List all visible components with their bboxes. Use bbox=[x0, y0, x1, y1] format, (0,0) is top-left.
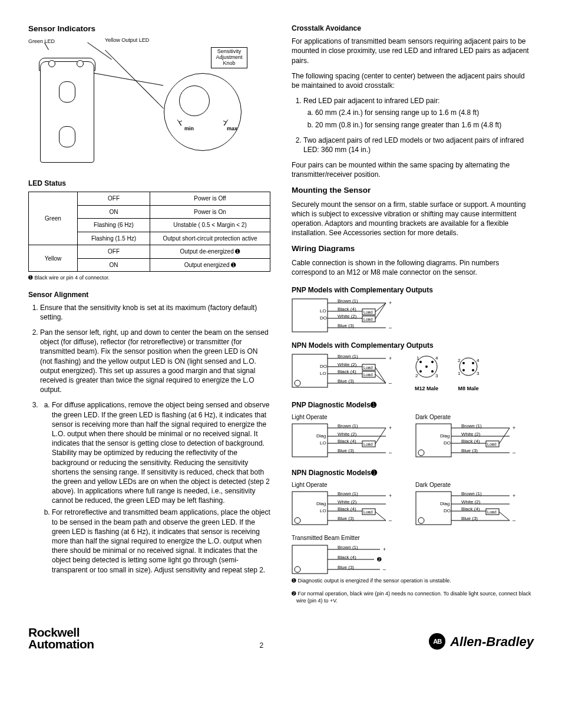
svg-text:DO: DO bbox=[320, 315, 327, 321]
svg-point-48 bbox=[425, 365, 428, 368]
svg-text:Blue (3): Blue (3) bbox=[338, 516, 354, 521]
logo-allen-bradley: AB Allen-Bradley bbox=[429, 633, 534, 651]
list-item: For diffuse applications, remove the obj… bbox=[40, 400, 270, 574]
svg-point-56 bbox=[472, 369, 474, 371]
list-crosstalk: Red LED pair adjacent to infrared LED pa… bbox=[292, 96, 534, 154]
diagram-npn-comp: Brown (1) White (2) Black (4) Blue (3) D… bbox=[292, 354, 398, 388]
svg-text:White (2): White (2) bbox=[461, 499, 481, 505]
svg-text:–: – bbox=[389, 450, 392, 456]
heading-wiring: Wiring Diagrams bbox=[292, 243, 534, 254]
svg-line-26 bbox=[375, 367, 386, 383]
connector-m8: 2 4 1 3 M8 Male bbox=[455, 354, 481, 391]
svg-text:Load: Load bbox=[363, 317, 373, 321]
svg-text:Black (4): Black (4) bbox=[338, 439, 356, 444]
svg-point-107 bbox=[295, 518, 300, 523]
footnote-diag-1: ➊ Diagnostic output is energized if the … bbox=[292, 577, 534, 584]
svg-point-54 bbox=[462, 369, 465, 371]
svg-point-90 bbox=[418, 450, 424, 456]
svg-text:DO: DO bbox=[320, 364, 327, 369]
svg-text:➋: ➋ bbox=[377, 556, 382, 562]
list-item: Ensure that the sensitivity knob is set … bbox=[40, 303, 270, 322]
svg-text:4: 4 bbox=[477, 358, 480, 363]
paragraph: The following spacing (center to center)… bbox=[292, 71, 534, 90]
heading-npn-comp: NPN Models with Complementary Outputs bbox=[292, 341, 534, 350]
svg-text:White (2): White (2) bbox=[338, 314, 357, 319]
svg-text:Load: Load bbox=[487, 510, 497, 514]
label-green-led: Green LED bbox=[28, 39, 55, 45]
svg-text:Load: Load bbox=[363, 442, 373, 446]
heading-mounting: Mounting the Sensor bbox=[292, 185, 534, 196]
ab-badge-icon: AB bbox=[429, 633, 445, 650]
svg-text:Blue (3): Blue (3) bbox=[338, 323, 354, 328]
footnote-diag-2: ➋ For normal operation, black wire (pin … bbox=[292, 590, 534, 604]
svg-text:+: + bbox=[389, 493, 392, 499]
diagram-sensor-indicators: Green LED Yellow Output LED Sensitivity … bbox=[28, 38, 270, 170]
heading-sensor-indicators: Sensor Indicators bbox=[28, 24, 270, 34]
list-item: Red LED pair adjacent to infrared LED pa… bbox=[303, 96, 534, 130]
svg-text:3: 3 bbox=[435, 373, 438, 378]
svg-point-38 bbox=[295, 380, 300, 386]
svg-text:2: 2 bbox=[415, 373, 418, 378]
list-alignment: Ensure that the sensitivity knob is set … bbox=[28, 303, 270, 575]
svg-text:White (2): White (2) bbox=[461, 431, 481, 437]
heading-led-status: LED Status bbox=[28, 179, 270, 188]
svg-text:Brown (1): Brown (1) bbox=[461, 423, 482, 429]
logo-rockwell: Rockwell Automation bbox=[28, 627, 94, 650]
svg-text:Blue (3): Blue (3) bbox=[461, 516, 478, 521]
svg-text:LO: LO bbox=[320, 371, 326, 376]
svg-text:–: – bbox=[389, 518, 392, 523]
svg-text:Brown (1): Brown (1) bbox=[338, 545, 358, 550]
paragraph: For applications of transmitted beam sen… bbox=[292, 37, 534, 65]
svg-text:White (2): White (2) bbox=[338, 431, 357, 437]
svg-text:Blue (3): Blue (3) bbox=[338, 378, 354, 384]
paragraph: Cable connection is shown in the followi… bbox=[292, 258, 534, 277]
heading-sensor-alignment: Sensor Alignment bbox=[28, 290, 270, 299]
svg-text:1: 1 bbox=[458, 371, 461, 376]
svg-text:Black (4): Black (4) bbox=[461, 439, 480, 444]
list-item: Pan the sensor left, right, up and down … bbox=[40, 328, 270, 394]
svg-text:+: + bbox=[383, 546, 386, 552]
label-knob: Sensitivity Adjustment Knob bbox=[211, 47, 247, 68]
svg-rect-125 bbox=[292, 545, 328, 574]
list-item: For diffuse applications, remove the obj… bbox=[52, 400, 270, 505]
knob-icon bbox=[164, 73, 242, 151]
svg-text:+: + bbox=[389, 355, 392, 361]
svg-text:+: + bbox=[389, 300, 392, 306]
paragraph: Four pairs can be mounted within the sam… bbox=[292, 160, 534, 179]
svg-text:–: – bbox=[383, 566, 386, 572]
svg-text:Black (4): Black (4) bbox=[338, 369, 356, 374]
svg-text:Brown (1): Brown (1) bbox=[338, 423, 358, 429]
svg-text:Load: Load bbox=[363, 310, 373, 314]
svg-text:White (2): White (2) bbox=[338, 362, 357, 367]
diagram-pnp-comp: Brown (1) Black (4) White (2) Blue (3) L… bbox=[292, 298, 534, 332]
svg-text:2: 2 bbox=[458, 358, 461, 363]
svg-text:LO: LO bbox=[320, 440, 326, 446]
svg-point-44 bbox=[419, 370, 422, 373]
svg-point-124 bbox=[418, 518, 424, 523]
svg-text:Black (4): Black (4) bbox=[338, 555, 356, 560]
svg-line-8 bbox=[375, 303, 386, 319]
svg-text:Brown (1): Brown (1) bbox=[338, 354, 358, 359]
svg-text:Diag: Diag bbox=[440, 501, 449, 506]
svg-text:LO: LO bbox=[320, 508, 326, 513]
svg-point-52 bbox=[472, 362, 474, 364]
svg-line-97 bbox=[375, 512, 386, 521]
svg-text:LO: LO bbox=[320, 308, 326, 314]
list-item: 60 mm (2.4 in.) for sensing range up to … bbox=[315, 108, 534, 117]
list-item: For retroreflective and transmitted beam… bbox=[52, 508, 270, 574]
svg-text:+: + bbox=[513, 425, 515, 431]
svg-point-40 bbox=[419, 361, 422, 363]
svg-text:Blue (3): Blue (3) bbox=[338, 448, 354, 453]
svg-text:DO: DO bbox=[444, 440, 451, 446]
svg-point-50 bbox=[462, 362, 465, 364]
svg-text:Load: Load bbox=[487, 442, 497, 446]
paragraph: Securely mount the sensor on a firm, sta… bbox=[292, 200, 534, 238]
svg-text:Black (4): Black (4) bbox=[338, 307, 356, 312]
svg-text:Load: Load bbox=[363, 510, 373, 514]
connector-m12: 1 4 2 3 M12 Male bbox=[412, 354, 441, 391]
svg-point-46 bbox=[431, 370, 434, 373]
svg-text:–: – bbox=[389, 380, 392, 386]
diagram-pnp-diag-light: Light Operate Brown (1) White (2) Black … bbox=[292, 413, 398, 460]
heading-crosstalk: Crosstalk Avoidance bbox=[292, 24, 534, 33]
svg-text:Diag: Diag bbox=[316, 501, 326, 506]
